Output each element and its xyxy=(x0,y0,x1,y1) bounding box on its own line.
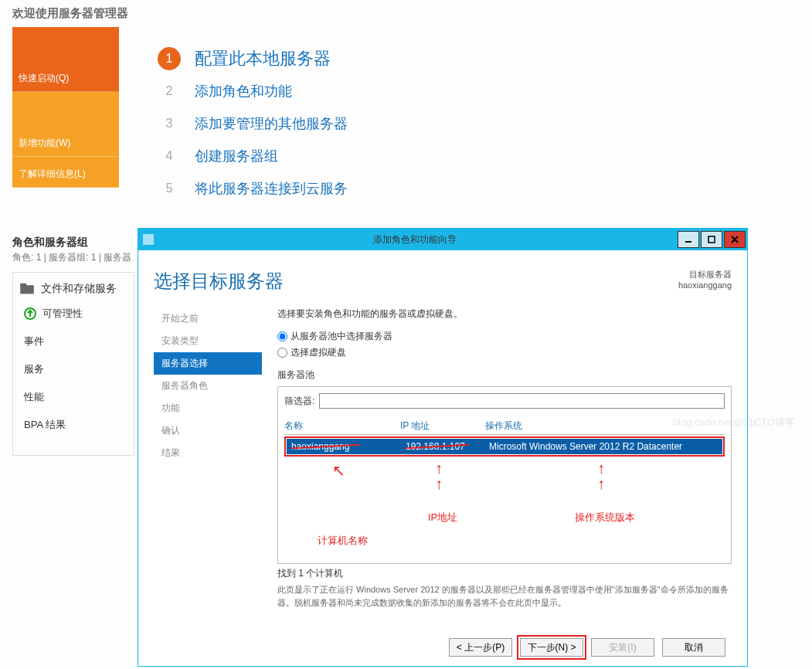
found-count: 找到 1 个计算机 xyxy=(277,567,732,580)
step-number: 1 xyxy=(158,47,181,70)
svg-rect-1 xyxy=(20,284,26,287)
row-performance[interactable]: 性能 xyxy=(24,390,127,404)
maximize-icon xyxy=(708,236,715,243)
step-title: 添加角色和功能 xyxy=(195,82,292,100)
row-events[interactable]: 事件 xyxy=(24,334,127,348)
filter-input[interactable] xyxy=(319,393,725,409)
step-title: 添加要管理的其他服务器 xyxy=(195,114,348,133)
instruction-text: 选择要安装角色和功能的服务器或虚拟硬盘。 xyxy=(277,307,732,321)
step-number: 5 xyxy=(158,177,181,200)
row-label: 事件 xyxy=(24,334,44,348)
radio-vhd-input[interactable] xyxy=(277,348,287,358)
table-header: 名称 IP 地址 操作系统 xyxy=(284,419,725,435)
install-button: 安装(I) xyxy=(591,638,654,657)
col-os[interactable]: 操作系统 xyxy=(485,419,725,433)
maximize-button[interactable] xyxy=(701,231,722,248)
cell-os: Microsoft Windows Server 2012 R2 Datacen… xyxy=(489,441,718,452)
titlebar: 添加角色和功能向导 xyxy=(138,229,747,250)
annotation-computer-name: 计算机名称 xyxy=(318,534,368,548)
step-configure[interactable]: 1 配置此本地服务器 xyxy=(158,47,797,70)
nav-confirm[interactable]: 确认 xyxy=(154,419,262,442)
titlebar-icon-area xyxy=(140,234,154,245)
pool-label: 服务器池 xyxy=(277,368,732,382)
row-bpa[interactable]: BPA 结果 xyxy=(24,418,127,432)
destination-info: 目标服务器 haoxianggang xyxy=(678,269,732,290)
table-row[interactable]: haoxianggang 192.168.1.107 Microsoft Win… xyxy=(287,439,722,454)
arrow-icon: ↑ xyxy=(435,475,443,493)
wizard-dialog: 添加角色和功能向导 选择目标服务器 目标服务器 haoxianggang 开始之… xyxy=(138,228,748,667)
wizard-icon xyxy=(143,234,154,245)
step-number: 3 xyxy=(158,112,181,135)
wizard-nav: 开始之前 安装类型 服务器选择 服务器角色 功能 确认 结果 xyxy=(154,307,262,627)
step-number: 2 xyxy=(158,80,181,103)
svg-rect-0 xyxy=(20,285,34,294)
window-title: 添加角色和功能向导 xyxy=(154,233,676,246)
minimize-icon xyxy=(685,236,692,243)
step-number: 4 xyxy=(158,144,181,168)
step-title: 创建服务器组 xyxy=(195,147,278,165)
server-pool: 筛选器: 名称 IP 地址 操作系统 haoxianggang xyxy=(277,386,732,564)
nav-features[interactable]: 功能 xyxy=(154,397,262,419)
filter-label: 筛选器: xyxy=(284,395,314,408)
nav-install-type[interactable]: 安装类型 xyxy=(154,330,262,352)
svg-rect-5 xyxy=(708,236,715,243)
arrow-up-icon xyxy=(24,307,36,320)
dialog-header: 选择目标服务器 目标服务器 haoxianggang xyxy=(154,250,732,307)
annotation-highlight-box: haoxianggang 192.168.1.107 Microsoft Win… xyxy=(284,436,725,457)
cell-name: haoxianggang xyxy=(291,441,406,452)
step-title: 配置此本地服务器 xyxy=(195,47,331,70)
radio-label: 从服务器池中选择服务器 xyxy=(290,330,392,343)
annotation-os: 操作系统版本 xyxy=(575,511,635,525)
annotation-area: ↖ ↑ ↑ ↑ ↑ 计算机名称 IP地址 操作系统版本 xyxy=(284,457,725,557)
row-manage[interactable]: 可管理性 xyxy=(24,307,127,321)
nav-results[interactable]: 结果 xyxy=(154,442,262,464)
destination-server: haoxianggang xyxy=(678,280,732,290)
tab-more[interactable]: 了解详细信息(L) xyxy=(12,157,119,188)
step-add-roles[interactable]: 2 添加角色和功能 xyxy=(158,80,797,103)
sidebar-tabs: 快速启动(Q) 新增功能(W) 了解详细信息(L) xyxy=(12,27,119,209)
tab-addnew[interactable]: 新增功能(W) xyxy=(12,92,119,157)
dialog-heading: 选择目标服务器 xyxy=(154,269,284,294)
dashboard: 快速启动(Q) 新增功能(W) 了解详细信息(L) 1 配置此本地服务器 2 添… xyxy=(0,27,812,209)
row-label: 服务 xyxy=(24,362,44,376)
nav-server-selection[interactable]: 服务器选择 xyxy=(154,352,262,375)
row-label: 可管理性 xyxy=(42,307,83,321)
file-storage-panel: 文件和存储服务 可管理性 事件 服务 性能 BPA 结果 xyxy=(12,272,134,456)
panel-header-label: 文件和存储服务 xyxy=(41,282,117,296)
tab-quickstart[interactable]: 快速启动(Q) xyxy=(12,27,119,92)
server-table: 名称 IP 地址 操作系统 haoxianggang xyxy=(284,419,725,557)
dialog-content: 选择要安装角色和功能的服务器或虚拟硬盘。 从服务器池中选择服务器 选择虚拟硬盘 … xyxy=(277,307,732,627)
step-cloud-connect[interactable]: 5 将此服务器连接到云服务 xyxy=(158,177,797,200)
dialog-body: 选择目标服务器 目标服务器 haoxianggang 开始之前 安装类型 服务器… xyxy=(138,250,747,666)
svg-rect-3 xyxy=(143,234,154,245)
minimize-button[interactable] xyxy=(678,231,699,248)
description-text: 此页显示了正在运行 Windows Server 2012 的服务器以及那些已经… xyxy=(277,583,732,609)
dialog-main: 开始之前 安装类型 服务器选择 服务器角色 功能 确认 结果 选择要安装角色和功… xyxy=(154,307,732,627)
cell-ip: 192.168.1.107 xyxy=(406,441,489,452)
row-label: 性能 xyxy=(24,390,44,404)
panel-header: 文件和存储服务 xyxy=(19,282,127,296)
row-services[interactable]: 服务 xyxy=(24,362,127,376)
radio-server-pool-input[interactable] xyxy=(277,331,287,341)
step-add-servers[interactable]: 3 添加要管理的其他服务器 xyxy=(158,112,797,135)
col-ip[interactable]: IP 地址 xyxy=(400,419,485,433)
close-button[interactable] xyxy=(724,231,746,248)
col-name[interactable]: 名称 xyxy=(284,419,400,433)
nav-server-roles[interactable]: 服务器角色 xyxy=(154,375,262,397)
radio-vhd[interactable]: 选择虚拟硬盘 xyxy=(277,346,732,359)
row-label: BPA 结果 xyxy=(24,418,66,432)
close-icon xyxy=(731,236,739,243)
radio-server-pool[interactable]: 从服务器池中选择服务器 xyxy=(277,330,732,343)
filter-row: 筛选器: xyxy=(284,393,725,409)
welcome-title: 欢迎使用服务器管理器 xyxy=(0,0,812,27)
dialog-buttons: < 上一步(P) 下一步(N) > 安装(I) 取消 xyxy=(154,627,732,666)
destination-label: 目标服务器 xyxy=(678,269,732,280)
arrow-icon: ↖ xyxy=(332,461,345,480)
next-button[interactable]: 下一步(N) > xyxy=(520,638,583,657)
cancel-button[interactable]: 取消 xyxy=(662,638,725,657)
file-icon xyxy=(19,283,35,295)
prev-button[interactable]: < 上一步(P) xyxy=(449,638,512,657)
nav-before-begin[interactable]: 开始之前 xyxy=(154,307,262,330)
step-create-group[interactable]: 4 创建服务器组 xyxy=(158,144,797,168)
annotation-ip: IP地址 xyxy=(428,511,457,525)
